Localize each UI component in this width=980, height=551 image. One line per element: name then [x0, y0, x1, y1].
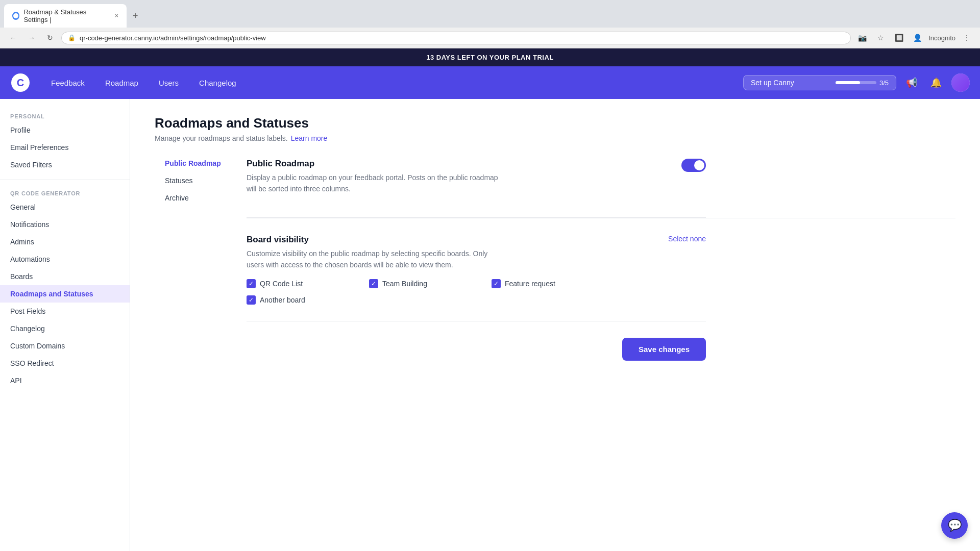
active-tab[interactable]: Roadmap & Statuses Settings | × [4, 4, 127, 28]
tab-title: Roadmap & Statuses Settings | [23, 8, 107, 23]
tab-bar: Roadmap & Statuses Settings | × + [0, 0, 980, 28]
save-changes-button[interactable]: Save changes [622, 338, 706, 361]
page-subtitle: Manage your roadmaps and status labels. … [155, 134, 955, 142]
sidebar: PERSONAL Profile Email Preferences Saved… [0, 99, 130, 551]
address-bar[interactable]: 🔒 qr-code-generator.canny.io/admin/setti… [61, 32, 851, 44]
section-desc: Display a public roadmap on your feedbac… [247, 172, 502, 195]
sections-container: Public Roadmap Display a public roadmap … [247, 142, 955, 361]
logo[interactable]: C [10, 72, 31, 93]
checkbox-feature-request-label: Feature request [505, 280, 555, 288]
sidebar-item-custom-domains[interactable]: Custom Domains [0, 337, 130, 355]
sidebar-item-api[interactable]: API [0, 372, 130, 389]
nav-feedback[interactable]: Feedback [41, 68, 95, 97]
sidebar-item-saved-filters[interactable]: Saved Filters [0, 156, 130, 173]
subnav-statuses[interactable]: Statuses [155, 172, 247, 189]
top-nav: C Feedback Roadmap Users Changelog Set u… [0, 66, 980, 99]
notifications-icon[interactable]: 🔔 [927, 73, 945, 92]
sidebar-item-automations[interactable]: Automations [0, 251, 130, 268]
board-visibility-title: Board visibility [247, 235, 502, 245]
sidebar-item-roadmaps[interactable]: Roadmaps and Statuses [0, 285, 130, 303]
tab-close-button[interactable]: × [115, 12, 118, 19]
browser-extra-buttons: 📷 ☆ 🔲 👤 Incognito ⋮ [855, 31, 974, 45]
toggle-knob [694, 160, 704, 170]
announcements-icon[interactable]: 📢 [902, 73, 921, 92]
setup-canny-label: Set up Canny [751, 79, 831, 87]
board-visibility-section: Board visibility Customize visibility on… [247, 218, 706, 321]
browser-controls: ← → ↻ 🔒 qr-code-generator.canny.io/admin… [0, 28, 980, 48]
checkbox-team-building: ✓ Team Building [369, 279, 492, 288]
checkbox-team-building-input[interactable]: ✓ [369, 279, 378, 288]
board-visibility-text: Board visibility Customize visibility on… [247, 235, 502, 271]
nav-items: Feedback Roadmap Users Changelog [41, 68, 743, 97]
back-button[interactable]: ← [6, 31, 20, 45]
sidebar-item-boards[interactable]: Boards [0, 268, 130, 285]
lock-icon: 🔒 [68, 34, 76, 41]
setup-canny-button[interactable]: Set up Canny 3/5 [743, 75, 896, 90]
checkbox-qr-code-list: ✓ QR Code List [247, 279, 369, 288]
public-roadmap-toggle[interactable] [681, 159, 706, 172]
section-title: Public Roadmap [247, 159, 502, 169]
subnav-archive[interactable]: Archive [155, 189, 247, 207]
nav-users[interactable]: Users [149, 68, 189, 97]
nav-changelog[interactable]: Changelog [189, 68, 247, 97]
content-inner: Public Roadmap Statuses Archive Public R… [155, 142, 955, 361]
chat-icon: 💬 [948, 519, 962, 532]
checkbox-another-board: ✓ Another board [247, 295, 369, 305]
new-tab-button[interactable]: + [129, 9, 142, 23]
checkbox-qr-code-list-input[interactable]: ✓ [247, 279, 256, 288]
checkbox-feature-request-input[interactable]: ✓ [492, 279, 501, 288]
sidebar-item-profile[interactable]: Profile [0, 121, 130, 139]
menu-icon[interactable]: ⋮ [960, 31, 974, 45]
save-btn-container: Save changes [247, 338, 706, 361]
sidebar-item-sso-redirect[interactable]: SSO Redirect [0, 355, 130, 372]
logo-circle: C [11, 73, 30, 92]
progress-bar-container [836, 81, 876, 84]
forward-button[interactable]: → [24, 31, 39, 45]
checkbox-team-building-label: Team Building [382, 280, 427, 288]
checkbox-feature-request: ✓ Feature request [492, 279, 614, 288]
section-header: Public Roadmap Display a public roadmap … [247, 159, 706, 195]
personal-section-label: PERSONAL [0, 109, 130, 121]
nav-roadmap[interactable]: Roadmap [95, 68, 149, 97]
board-visibility-desc: Customize visibility on the public roadm… [247, 248, 502, 271]
boards-checkboxes: ✓ QR Code List ✓ Team Building [247, 279, 706, 305]
incognito-avatar[interactable]: 👤 [910, 31, 924, 45]
sidebar-item-post-fields[interactable]: Post Fields [0, 303, 130, 320]
subnav-public-roadmap[interactable]: Public Roadmap [155, 155, 247, 172]
chat-bubble-button[interactable]: 💬 [941, 512, 968, 539]
board-visibility-header: Board visibility Customize visibility on… [247, 235, 706, 271]
extensions-icon[interactable]: 🔲 [892, 31, 906, 45]
camera-icon[interactable]: 📷 [855, 31, 869, 45]
sidebar-item-changelog[interactable]: Changelog [0, 320, 130, 337]
progress-text: 3/5 [879, 79, 889, 87]
select-none-link[interactable]: Select none [668, 235, 706, 243]
checkbox-another-board-input[interactable]: ✓ [247, 295, 256, 305]
incognito-label: Incognito [928, 34, 955, 42]
main-layout: PERSONAL Profile Email Preferences Saved… [0, 99, 980, 551]
page-title: Roadmaps and Statuses [155, 115, 955, 131]
sidebar-item-email-preferences[interactable]: Email Preferences [0, 139, 130, 156]
sidebar-item-general[interactable]: General [0, 198, 130, 216]
sidebar-item-admins[interactable]: Admins [0, 233, 130, 251]
progress-bar-fill [836, 81, 860, 84]
browser-chrome: Roadmap & Statuses Settings | × + ← → ↻ … [0, 0, 980, 48]
reload-button[interactable]: ↻ [43, 31, 57, 45]
nav-right: Set up Canny 3/5 📢 🔔 [743, 73, 970, 92]
sidebar-divider-1 [0, 180, 130, 180]
user-avatar[interactable] [951, 73, 970, 92]
address-url: qr-code-generator.canny.io/admin/setting… [80, 34, 266, 42]
setup-progress: 3/5 [836, 79, 889, 87]
checkbox-qr-code-list-label: QR Code List [260, 280, 303, 288]
checkbox-another-board-label: Another board [260, 296, 305, 304]
learn-more-link[interactable]: Learn more [291, 134, 328, 142]
public-roadmap-section: Public Roadmap Display a public roadmap … [247, 142, 706, 218]
trial-banner: 13 DAYS LEFT ON YOUR PLAN TRIAL [0, 48, 980, 66]
sidebar-item-notifications[interactable]: Notifications [0, 216, 130, 233]
bookmark-icon[interactable]: ☆ [873, 31, 888, 45]
avatar-image [951, 73, 970, 92]
qr-section-label: QR CODE GENERATOR [0, 186, 130, 198]
sub-left-nav: Public Roadmap Statuses Archive [155, 142, 247, 361]
main-content: Roadmaps and Statuses Manage your roadma… [130, 99, 980, 551]
section-title-area: Public Roadmap Display a public roadmap … [247, 159, 502, 195]
tab-favicon [12, 12, 19, 20]
